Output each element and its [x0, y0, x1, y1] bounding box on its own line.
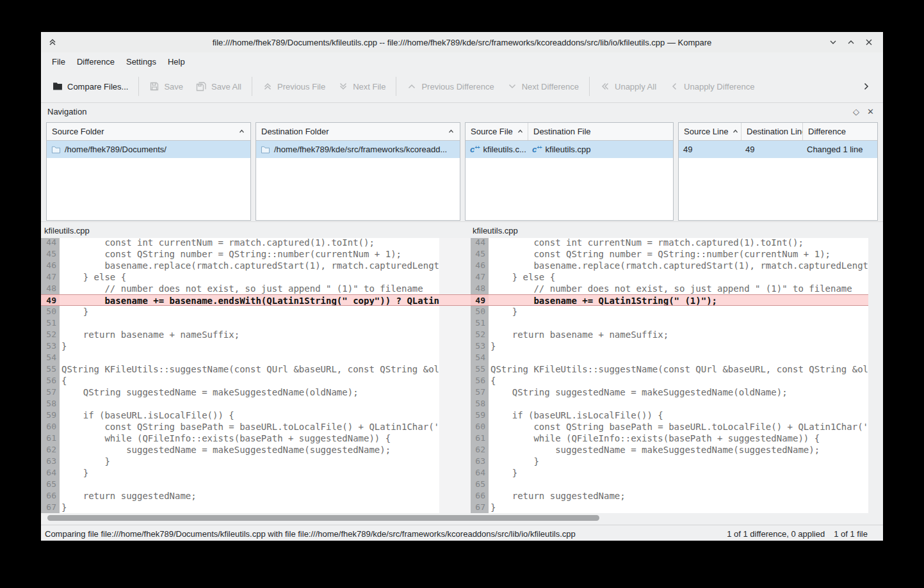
destination-file-column-header[interactable]: Destination File: [528, 123, 673, 140]
diff-line: 46 basename.replace(rmatch.capturedStart…: [41, 260, 868, 271]
cpp-file-icon: c++: [532, 145, 542, 154]
destination-line-column-header[interactable]: Destination Line: [741, 123, 802, 140]
diff-connector: [439, 363, 471, 375]
statusbar: Comparing file file:///home/fhek789/Docu…: [41, 525, 883, 543]
destination-line-number: 44: [471, 238, 489, 248]
menu-file[interactable]: File: [46, 55, 71, 68]
destination-code-line: while (QFileInfo::exists(basePath + sugg…: [489, 433, 868, 444]
previous-difference-button[interactable]: Previous Difference: [400, 76, 500, 97]
difference-row[interactable]: 49 49 Changed 1 line: [679, 141, 877, 158]
close-button[interactable]: [864, 37, 874, 47]
difference-column-header[interactable]: Difference: [802, 123, 877, 140]
source-code-line: [60, 479, 439, 490]
destination-folder-row[interactable]: /home/fhek789/kde/src/frameworks/kcoread…: [256, 141, 460, 158]
source-code-line: {: [60, 375, 439, 386]
source-file-column-header[interactable]: Source File: [466, 123, 528, 140]
floppy-all-icon: [196, 81, 207, 91]
destination-line-number: 53: [471, 340, 489, 352]
horizontal-scrollbar-track: [41, 513, 883, 525]
menubar: FileDifferenceSettingsHelp: [41, 52, 883, 70]
toolbar-overflow-button[interactable]: [855, 77, 878, 95]
destination-code-line: [489, 398, 868, 409]
cpp-file-icon: c++: [470, 145, 480, 154]
next-difference-button[interactable]: Next Difference: [501, 76, 585, 97]
source-code-line: }: [60, 340, 439, 352]
double-chevron-down-icon: [338, 81, 348, 91]
source-line-number: 45: [41, 248, 60, 260]
diff-connector: [439, 271, 471, 283]
destination-line-number: 56: [471, 375, 489, 386]
dock-close-icon[interactable]: ✕: [867, 107, 874, 116]
source-code-line: suggestedName = makeSuggestedName(sugges…: [60, 444, 439, 456]
maximize-button[interactable]: [846, 37, 856, 47]
destination-line-number: 58: [471, 398, 489, 409]
destination-folder-column-header[interactable]: Destination Folder: [256, 123, 460, 140]
next-file-button[interactable]: Next File: [332, 76, 392, 97]
diff-line: 64 }64 }: [41, 467, 868, 479]
chevron-right-icon: [861, 81, 871, 91]
menu-help[interactable]: Help: [162, 55, 191, 68]
destination-folder-panel: Destination Folder /home/fhek789/kde/src…: [255, 122, 460, 221]
minimize-button[interactable]: [828, 37, 838, 47]
compare-files-button[interactable]: Compare Files...: [46, 76, 134, 97]
diff-line: 63 }63 }: [41, 456, 868, 467]
unapply-difference-button[interactable]: Unapply Difference: [663, 76, 761, 97]
destination-code-line: {: [489, 375, 868, 386]
source-line-number: 52: [41, 329, 60, 340]
destination-line-number: 62: [471, 444, 489, 456]
source-line-number: 47: [41, 271, 60, 283]
diff-line: 66 return suggestedName;66 return sugges…: [41, 490, 868, 502]
source-code-line: } else {: [60, 271, 439, 283]
destination-line-number: 67: [471, 502, 489, 513]
window-title: file:///home/fhek789/Documents/kfileutil…: [41, 38, 883, 47]
diff-connector: [439, 467, 471, 479]
destination-line-number: 52: [471, 329, 489, 340]
destination-code-line: } else {: [489, 271, 868, 283]
horizontal-scrollbar[interactable]: [47, 515, 599, 521]
diff-line: 62 suggestedName = makeSuggestedName(sug…: [41, 444, 868, 456]
source-folder-row[interactable]: /home/fhek789/Documents/: [47, 141, 250, 158]
source-line-number: 58: [41, 398, 60, 409]
source-code-line: [60, 317, 439, 329]
unapply-all-button[interactable]: Unapply All: [594, 76, 663, 97]
destination-line-number: 57: [471, 386, 489, 398]
unapply-all-label: Unapply All: [615, 82, 656, 91]
source-code-line: QString suggestedName = makeSuggestedNam…: [60, 386, 439, 398]
source-line-column-header[interactable]: Source Line: [679, 123, 741, 140]
differences-panel: Source Line Destination Line Difference …: [678, 122, 878, 221]
menu-difference[interactable]: Difference: [71, 55, 120, 68]
diff-connector: [439, 238, 471, 248]
destination-line-number: 50: [471, 306, 489, 317]
destination-code-line: const QString number = QString::number(c…: [489, 248, 868, 260]
statusbar-file-count: 1 of 1 file: [834, 529, 868, 539]
source-code-line: }: [60, 502, 439, 513]
save-button[interactable]: Save: [143, 76, 190, 97]
diff-connector: [439, 306, 471, 317]
previous-file-button[interactable]: Previous File: [256, 76, 332, 97]
diff-connector: [439, 248, 471, 260]
diff-line-changed[interactable]: 49 basename += basename.endsWith(QLatin1…: [41, 294, 868, 306]
destination-line-number: 59: [471, 409, 489, 421]
source-folder-column-header[interactable]: Source Folder: [47, 123, 250, 140]
diff-line: 50 }50 }: [41, 306, 868, 317]
diff-line: 52 return basename + nameSuffix;52 retur…: [41, 329, 868, 340]
diff-line: 44 const int currentNum = rmatch.capture…: [41, 238, 868, 248]
previous-difference-label: Previous Difference: [421, 82, 494, 91]
diff-pane-headers: kfileutils.cpp kfileutils.cpp: [41, 221, 883, 238]
source-code-line: }: [60, 467, 439, 479]
source-line-number: 48: [41, 283, 60, 294]
destination-line-number: 61: [471, 433, 489, 444]
double-chevron-up-icon: [263, 81, 273, 91]
destination-line-number: 55: [471, 363, 489, 375]
file-pair-row[interactable]: c++ kfileutils.c... c++ kfileutils.cpp: [466, 141, 673, 158]
titlebar: file:///home/fhek789/Documents/kfileutil…: [41, 32, 883, 52]
dock-float-icon[interactable]: ◇: [853, 107, 859, 116]
destination-code-line: QString suggestedName = makeSuggestedNam…: [489, 386, 868, 398]
source-code-line: return basename + nameSuffix;: [60, 329, 439, 340]
source-line-number: 51: [41, 317, 60, 329]
source-code-line: const int currentNum = rmatch.captured(1…: [60, 238, 439, 248]
save-all-button[interactable]: Save All: [190, 76, 248, 97]
destination-code-line: }: [489, 456, 868, 467]
destination-line-number: 47: [471, 271, 489, 283]
menu-settings[interactable]: Settings: [120, 55, 162, 68]
